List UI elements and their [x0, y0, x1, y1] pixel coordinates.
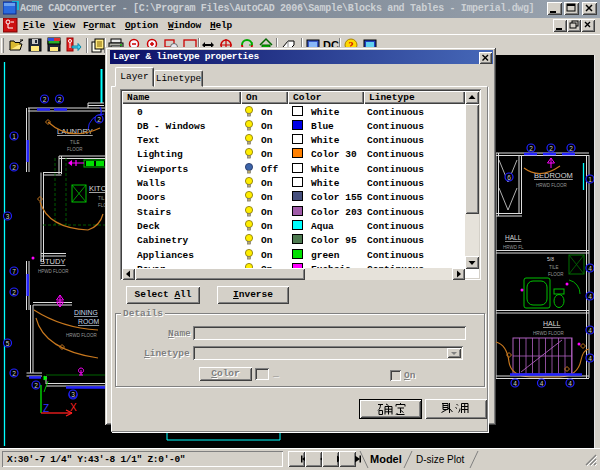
svg-text:2: 2 [58, 96, 62, 103]
svg-text:DINING: DINING [74, 309, 98, 316]
svg-text:ROOM: ROOM [78, 318, 99, 325]
svg-text:2: 2 [12, 164, 16, 171]
svg-text:HALL: HALL [543, 320, 561, 327]
svg-text:2: 2 [97, 116, 101, 123]
svg-text:3: 3 [71, 391, 75, 398]
svg-text:D-size Plot: D-size Plot [416, 454, 465, 465]
svg-text:2: 2 [43, 96, 47, 103]
svg-text:6: 6 [507, 174, 511, 181]
svg-text:X: X [70, 402, 77, 413]
svg-text:Model: Model [370, 453, 402, 465]
svg-text:7: 7 [12, 268, 16, 275]
svg-text:FLOOR: FLOOR [548, 272, 564, 277]
svg-text:HRWD FLOOR: HRWD FLOOR [536, 183, 567, 188]
svg-text:2: 2 [549, 145, 553, 152]
svg-text:2: 2 [12, 289, 16, 296]
svg-text:5: 5 [6, 340, 10, 347]
svg-text:4: 4 [588, 355, 592, 362]
svg-text:4: 4 [540, 380, 544, 387]
svg-text:Z: Z [43, 403, 49, 414]
svg-text:HRWD FLOOR: HRWD FLOOR [66, 333, 97, 338]
svg-text:HRWD FL: HRWD FL [503, 245, 524, 250]
svg-text:FLOOR: FLOOR [67, 147, 83, 152]
svg-text:HALL: HALL [505, 234, 522, 241]
svg-text:4: 4 [588, 293, 592, 300]
svg-text:4: 4 [588, 327, 592, 334]
svg-text:4: 4 [588, 265, 592, 272]
svg-text:BEDROOM: BEDROOM [534, 171, 573, 180]
svg-text:HPWD FLOOR: HPWD FLOOR [38, 269, 69, 274]
svg-text:HRWD FLOOR: HRWD FLOOR [533, 331, 564, 336]
svg-text:1: 1 [588, 176, 592, 183]
svg-text:4: 4 [513, 380, 517, 387]
svg-text:4: 4 [568, 380, 572, 387]
svg-text:2: 2 [569, 145, 573, 152]
svg-text:1: 1 [12, 133, 16, 140]
svg-text:TILE: TILE [70, 140, 80, 145]
svg-text:TIL: TIL [98, 196, 105, 201]
svg-text:3: 3 [6, 213, 10, 220]
svg-text:5/8: 5/8 [547, 256, 554, 262]
svg-text:TILE: TILE [549, 265, 559, 270]
svg-text:2: 2 [12, 370, 16, 377]
svg-text:2: 2 [34, 382, 38, 389]
svg-text:2: 2 [529, 145, 533, 152]
svg-text:STUDY: STUDY [40, 257, 65, 266]
